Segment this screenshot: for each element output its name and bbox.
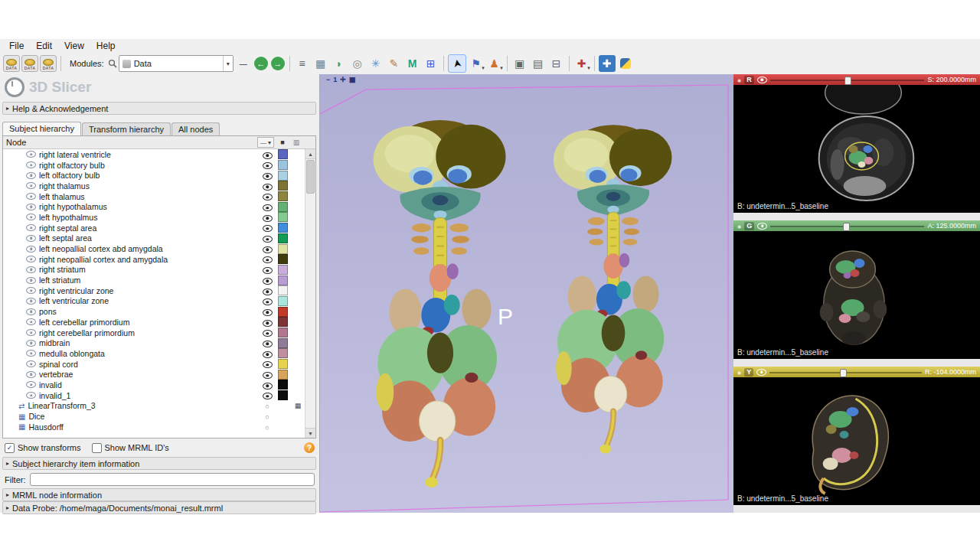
visibility-toggle[interactable] [260,213,275,222]
tree-row[interactable]: right cerebellar primordium [3,328,305,338]
tree-row[interactable]: ▦Dice○ [3,411,305,422]
color-swatch-cell[interactable] [275,265,290,275]
volumes-module-icon[interactable]: ▦ [312,55,329,72]
show-mrml-ids-checkbox[interactable] [92,443,102,453]
patient-info-icon[interactable]: ♟▾ [486,55,503,72]
menu-view[interactable]: View [58,40,90,52]
tree-row[interactable]: left ventricular zone [3,296,305,307]
yellow-slice-slider[interactable] [769,369,922,376]
place-markup-icon[interactable]: ⚑▾ [468,55,485,72]
green-slice-slider[interactable] [770,223,924,230]
color-swatch-cell[interactable] [275,233,290,243]
scroll-up-icon[interactable]: ▲ [305,149,315,159]
save-data-icon[interactable]: DATA [21,55,38,72]
visibility-toggle[interactable] [260,181,275,191]
tree-row[interactable]: invalid [3,380,305,390]
segmentations-module-icon[interactable]: ◗ [331,55,348,72]
tree-row[interactable]: right septal area [3,223,305,233]
color-swatch-cell[interactable] [275,244,290,254]
module-back-button[interactable]: ← [254,57,268,70]
module-list-icon[interactable]: ≡ [294,55,311,72]
tree-row[interactable]: right striatum [3,265,305,276]
extensions-manager-icon[interactable]: ✚ [599,55,616,72]
yellow-slice-viewport[interactable]: B: undetermin...5_baseline [733,377,980,505]
scroll-down-icon[interactable]: ▼ [305,428,315,438]
module-forward-button[interactable]: → [271,57,285,70]
visibility-toggle[interactable] [260,223,275,233]
tree-row[interactable]: right thalamus [3,181,305,191]
color-swatch-cell[interactable] [275,181,290,191]
visibility-toggle[interactable] [260,391,275,400]
visibility-toggle[interactable] [260,380,275,390]
tree-row[interactable]: ⇄LinearTransform_3○▦ [3,401,305,412]
show-transforms-checkbox[interactable]: ✓ [5,443,15,453]
help-question-icon[interactable]: ? [304,442,315,453]
slider-thumb[interactable] [840,369,847,377]
visibility-toggle[interactable] [260,328,275,337]
color-swatch-cell[interactable] [275,191,290,201]
visibility-toggle[interactable] [260,150,275,159]
crosshair-icon[interactable]: ✛ [340,76,346,83]
color-swatch-cell[interactable] [275,380,290,390]
markups-module-icon[interactable]: ✳ [368,55,384,72]
red-slice-slider[interactable] [770,77,925,83]
color-swatch-cell[interactable] [275,338,290,348]
tree-row[interactable]: right lateral ventricle [3,149,305,160]
color-swatch-cell[interactable] [275,328,290,337]
visibility-toggle[interactable] [260,255,275,264]
view-controls-overlay[interactable]: − 1 ✛ ▦ [326,76,355,83]
visibility-toggle[interactable] [260,286,275,295]
visibility-eye-icon[interactable] [757,223,767,230]
tree-row[interactable]: invalid_1 [3,390,305,401]
tab-subject-hierarchy[interactable]: Subject hierarchy [2,122,81,135]
visibility-toggle[interactable] [260,202,275,211]
color-swatch-cell[interactable] [275,348,290,358]
green-slice-header[interactable]: ◉ G A: 125.0000mm [733,220,980,231]
visibility-toggle[interactable] [260,360,275,369]
scene-views-icon[interactable]: ▤ [530,55,547,72]
slider-thumb[interactable] [843,223,850,231]
green-slice-viewport[interactable]: B: undetermin...5_baseline [733,231,980,359]
red-slice-viewport[interactable]: B: undetermin...5_baseline [733,85,980,213]
module-search-icon[interactable] [108,59,117,68]
color-swatch-cell[interactable] [275,307,290,317]
visibility-toggle[interactable] [260,192,275,201]
tree-row[interactable]: right hypothalamus [3,201,305,212]
tree-row[interactable]: ▦Hausdorff○ [3,422,305,432]
visibility-toggle[interactable] [260,349,275,358]
visibility-toggle[interactable] [260,276,275,285]
color-swatch-cell[interactable] [275,171,290,181]
tree-row[interactable]: right ventricular zone [3,285,305,296]
scrollbar-thumb[interactable] [306,160,315,194]
tree-row[interactable]: vertebrae [3,369,305,380]
tree-row[interactable]: left cerebellar primordium [3,317,305,328]
filter-input[interactable] [30,473,315,486]
help-acknowledgement-section[interactable]: ▸ Help & Acknowledgement [2,102,316,115]
python-console-icon[interactable] [617,55,634,72]
visibility-toggle[interactable] [260,318,275,327]
menu-edit[interactable]: Edit [30,40,58,52]
yellow-slice-header[interactable]: ◉ Y R: -104.0000mm [733,367,980,377]
tree-row[interactable]: midbrain [3,337,305,348]
tree-row[interactable]: right olfactory bulb [3,160,305,171]
color-swatch-cell[interactable] [275,223,290,233]
color-swatch-cell[interactable] [275,359,290,369]
color-swatch-cell[interactable] [275,296,290,306]
visibility-toggle[interactable]: ○ [260,412,275,421]
tree-scrollbar[interactable]: ▲ ▼ [305,149,315,438]
screenshot-icon[interactable]: ▣ [511,55,528,72]
slider-thumb[interactable] [844,77,851,85]
color-swatch-cell[interactable] [275,202,290,212]
pin-icon[interactable]: ◉ [737,77,741,83]
tree-row[interactable]: right neopallial cortex and amygdala [3,254,305,265]
pin-icon[interactable]: ◉ [737,370,741,375]
tree-row[interactable]: left striatum [3,275,305,285]
threed-viewport[interactable]: − 1 ✛ ▦ P [320,74,733,513]
tree-row[interactable]: medulla oblongata [3,348,305,359]
color-swatch-cell[interactable] [275,212,290,222]
tree-row[interactable]: left hypothalmus [3,212,305,223]
crosshair-icon[interactable]: ✚▾ [573,55,590,72]
tab-all-nodes[interactable]: All nodes [172,122,220,135]
visibility-toggle[interactable] [260,338,275,347]
tree-row[interactable]: left neopallial cortex abd amygdala [3,243,305,254]
